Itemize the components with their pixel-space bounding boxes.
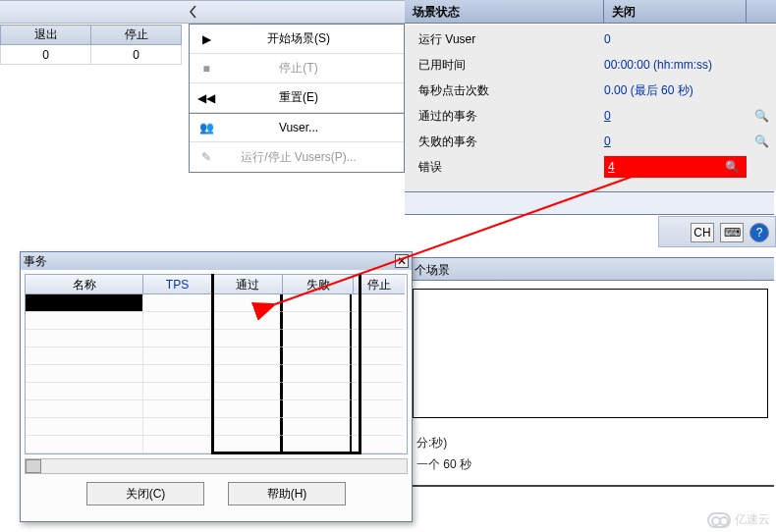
help-icon[interactable]: ? [749, 223, 769, 242]
row-running-vuser: 运行 Vuser 0 [405, 27, 776, 52]
scenario-action-panel: ▶ 开始场景(S) ■ 停止(T) ◀◀ 重置(E) 👥 Vuser... ✎ … [189, 24, 405, 173]
stop-scenario-button: ■ 停止(T) [190, 54, 404, 83]
transactions-grid: 名称 TPS 通过 失败 停止 [25, 274, 408, 454]
col-fail[interactable]: 失败 [283, 275, 354, 294]
status-title: 场景状态 [405, 0, 604, 23]
table-row[interactable] [26, 383, 407, 400]
horizontal-scrollbar[interactable] [25, 458, 408, 474]
status-close-header: 关闭 [604, 0, 747, 23]
col-name[interactable]: 名称 [26, 275, 143, 294]
rewind-icon: ◀◀ [190, 91, 223, 105]
vusers-icon: 👥 [190, 121, 223, 134]
table-row[interactable] [26, 312, 407, 330]
run-stop-vusers-button: ✎ 运行/停止 Vusers(P)... [190, 142, 404, 172]
failed-tx-link[interactable]: 0 [604, 134, 611, 148]
help-button[interactable]: 帮助(H) [228, 482, 346, 505]
table-row[interactable] [26, 418, 407, 436]
table-row[interactable] [26, 365, 407, 383]
statusbar-right: CH ⌨ ? [658, 216, 776, 247]
row-tps: 每秒点击次数 0.00 (最后 60 秒) [405, 78, 776, 103]
watermark: 亿速云 [707, 511, 770, 528]
close-button[interactable]: 关闭(C) [86, 482, 204, 505]
magnify-icon[interactable]: 🔍 [747, 109, 776, 123]
table-row[interactable] [26, 330, 407, 347]
ch-button[interactable]: CH [691, 223, 714, 242]
keyboard-icon[interactable]: ⌨ [720, 223, 744, 242]
dialog-title: 事务 [24, 253, 395, 270]
play-icon: ▶ [190, 32, 223, 46]
table-row[interactable] [26, 436, 407, 453]
right-line-2: 一个 60 秒 [416, 453, 764, 475]
right-panel-title: 个场景 [407, 257, 774, 281]
stop-icon: ■ [190, 62, 223, 76]
col-stop: 停止 [91, 26, 182, 45]
table-row[interactable] [26, 400, 407, 418]
row-passed-tx: 通过的事务 0 🔍 [405, 103, 776, 129]
right-panel-box [413, 289, 768, 418]
right-lower-panel: 个场景 分:秒) 一个 60 秒 [407, 257, 774, 487]
table-row[interactable] [26, 347, 407, 365]
val-stop: 0 [91, 45, 182, 65]
top-toolbar-strip [0, 0, 405, 24]
passed-tx-link[interactable]: 0 [604, 109, 611, 123]
errors-link[interactable]: 4 [608, 160, 615, 174]
col-pass[interactable]: 通过 [212, 275, 283, 294]
magnify-icon[interactable]: 🔍 [747, 134, 776, 148]
runstop-icon: ✎ [190, 150, 223, 164]
reset-scenario-button[interactable]: ◀◀ 重置(E) [190, 83, 404, 113]
spacer-strip [405, 191, 774, 215]
watermark-icon [707, 512, 731, 528]
start-scenario-button[interactable]: ▶ 开始场景(S) [190, 25, 404, 54]
row-failed-tx: 失败的事务 0 🔍 [405, 129, 776, 154]
val-exit: 0 [1, 45, 91, 65]
close-icon[interactable]: ✕ [395, 254, 409, 268]
transactions-dialog: 事务 ✕ 名称 TPS 通过 失败 停止 关闭(C) 帮助(H) [20, 251, 413, 522]
scenario-status-panel: 场景状态 关闭 运行 Vuser 0 已用时间 00:00:00 (hh:mm:… [405, 0, 776, 191]
exit-stop-table: 退出 停止 0 0 [0, 25, 182, 65]
scrollbar-thumb[interactable] [26, 459, 41, 473]
magnify-icon[interactable]: 🔍 [717, 160, 747, 174]
panel-collapse-arrow-icon[interactable] [189, 5, 196, 19]
vuser-button[interactable]: 👥 Vuser... [190, 113, 404, 142]
col-exit: 退出 [1, 26, 91, 45]
right-line-1: 分:秒) [416, 432, 764, 453]
col-tps[interactable]: TPS [143, 275, 212, 294]
col-stop[interactable]: 停止 [354, 275, 405, 294]
table-row[interactable] [26, 294, 407, 312]
row-elapsed: 已用时间 00:00:00 (hh:mm:ss) [405, 52, 776, 78]
dialog-titlebar[interactable]: 事务 ✕ [21, 252, 412, 270]
row-errors: 错误 4 🔍 [405, 154, 776, 180]
